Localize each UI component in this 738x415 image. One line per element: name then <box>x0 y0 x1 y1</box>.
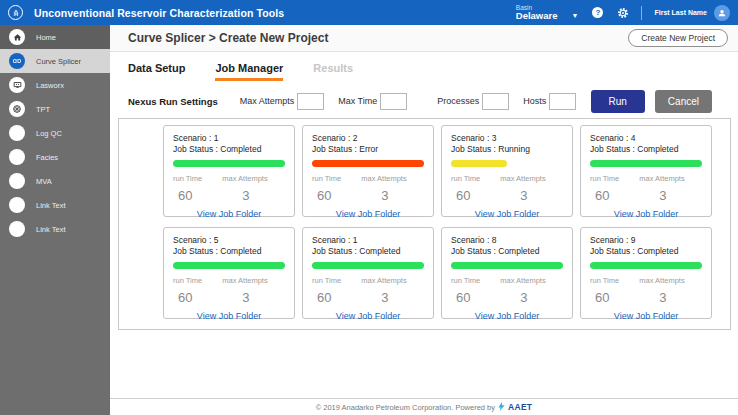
processes-input[interactable] <box>482 93 509 110</box>
run-time-label: run Time <box>451 276 500 285</box>
create-new-project-button[interactable]: Create New Project <box>628 29 728 47</box>
hosts-input[interactable] <box>549 93 576 110</box>
main-content: Curve Splicer > Create New Project Creat… <box>110 25 738 415</box>
basin-selector[interactable]: Basin Delaware ▼ <box>516 4 579 22</box>
home-icon <box>9 29 25 45</box>
max-attempts-value: 3 <box>639 290 702 305</box>
sidebar-item-label: MVA <box>36 177 52 186</box>
max-attempts-value: 3 <box>222 188 285 203</box>
max-attempts-label: max Attempts <box>639 276 702 285</box>
sidebar-item-curve-splicer[interactable]: Curve Splicer <box>0 49 110 73</box>
sidebar-item-log-qc[interactable]: Log QC <box>0 121 110 145</box>
run-time-value: 60 <box>590 290 639 305</box>
tab-bar: Data Setup Job Manager Results <box>110 52 738 81</box>
blank-circle-icon <box>9 125 25 141</box>
job-status-label: Job Status : Completed <box>590 246 702 257</box>
dial-icon <box>9 101 25 117</box>
tab-data-setup[interactable]: Data Setup <box>128 62 185 81</box>
blank-circle-icon <box>9 149 25 165</box>
help-icon[interactable]: ? <box>592 7 603 18</box>
hosts-field: Hosts <box>523 93 576 110</box>
job-status-label: Job Status : Completed <box>173 144 285 155</box>
view-job-folder-link[interactable]: View Job Folder <box>451 209 563 219</box>
job-card: Scenario : 4 Job Status : Completed run … <box>580 125 712 217</box>
job-progress-bar <box>451 160 507 167</box>
run-time-label: run Time <box>173 174 222 183</box>
max-attempts-value: 3 <box>222 290 285 305</box>
run-time-value: 60 <box>451 290 500 305</box>
chevron-down-icon: ▼ <box>572 12 579 20</box>
max-attempts-label: max Attempts <box>500 174 563 183</box>
view-job-folder-link[interactable]: View Job Folder <box>173 311 285 321</box>
max-time-input[interactable] <box>380 93 407 110</box>
max-attempts-label: max Attempts <box>639 174 702 183</box>
bolt-icon <box>498 402 505 413</box>
user-avatar[interactable] <box>714 5 730 21</box>
max-attempts-value: 3 <box>500 290 563 305</box>
view-job-folder-link[interactable]: View Job Folder <box>173 209 285 219</box>
run-button[interactable]: Run <box>591 90 645 113</box>
sidebar-item-home[interactable]: Home <box>0 25 110 49</box>
copyright-text: © 2019 Anadarko Petroleum Corporation. P… <box>316 403 495 412</box>
settings-gear-icon[interactable] <box>617 7 629 19</box>
cancel-button[interactable]: Cancel <box>655 90 712 113</box>
scenario-label: Scenario : 2 <box>312 133 424 144</box>
job-card-row: Scenario : 5 Job Status : Completed run … <box>163 227 720 319</box>
job-status-label: Job Status : Completed <box>590 144 702 155</box>
job-progress-bar <box>173 160 285 167</box>
max-attempts-label: Max Attempts <box>240 96 295 106</box>
tab-job-manager[interactable]: Job Manager <box>215 62 283 81</box>
run-time-label: run Time <box>312 174 361 183</box>
tab-results[interactable]: Results <box>313 62 353 81</box>
settings-title: Nexus Run Settings <box>128 96 218 107</box>
max-time-field: Max Time <box>338 93 407 110</box>
max-attempts-value: 3 <box>639 188 702 203</box>
processes-label: Processes <box>437 96 479 106</box>
sidebar-item-tpt[interactable]: TPT <box>0 97 110 121</box>
view-job-folder-link[interactable]: View Job Folder <box>590 209 702 219</box>
run-time-label: run Time <box>173 276 222 285</box>
sidebar-item-label: Lasworx <box>36 81 64 90</box>
scenario-label: Scenario : 5 <box>173 235 285 246</box>
nexus-run-settings: Nexus Run Settings Max Attempts Max Time… <box>110 90 738 112</box>
max-attempts-input[interactable] <box>297 93 324 110</box>
run-time-label: run Time <box>590 174 639 183</box>
app-bar: Unconventional Reservoir Characterizatio… <box>0 0 738 25</box>
job-progress-bar <box>312 262 424 269</box>
sidebar: Home Curve Splicer Lasworx TPT Log QC Fa… <box>0 25 110 415</box>
max-attempts-label: max Attempts <box>222 174 285 183</box>
view-job-folder-link[interactable]: View Job Folder <box>590 311 702 321</box>
job-progress-bar <box>312 160 424 167</box>
job-card: Scenario : 8 Job Status : Completed run … <box>441 227 573 319</box>
job-card: Scenario : 1 Job Status : Completed run … <box>302 227 434 319</box>
job-card: Scenario : 1 Job Status : Completed run … <box>163 125 295 217</box>
view-job-folder-link[interactable]: View Job Folder <box>312 209 424 219</box>
view-job-folder-link[interactable]: View Job Folder <box>312 311 424 321</box>
scenario-label: Scenario : 1 <box>312 235 424 246</box>
app-title: Unconventional Reservoir Characterizatio… <box>34 7 284 19</box>
sidebar-item-link-text-2[interactable]: Link Text <box>0 217 110 241</box>
monitor-icon <box>9 77 25 93</box>
sidebar-item-lasworx[interactable]: Lasworx <box>0 73 110 97</box>
max-attempts-value: 3 <box>361 188 424 203</box>
job-cards-panel: Scenario : 1 Job Status : Completed run … <box>118 118 731 330</box>
link-icon <box>9 53 25 69</box>
job-progress-bar <box>590 262 702 269</box>
job-status-label: Job Status : Running <box>451 144 563 155</box>
sidebar-item-label: Curve Splicer <box>36 57 81 66</box>
scenario-label: Scenario : 8 <box>451 235 563 246</box>
run-time-label: run Time <box>451 174 500 183</box>
sidebar-item-mva[interactable]: MVA <box>0 169 110 193</box>
job-status-label: Job Status : Error <box>312 144 424 155</box>
max-time-label: Max Time <box>338 96 377 106</box>
view-job-folder-link[interactable]: View Job Folder <box>451 311 563 321</box>
max-attempts-label: max Attempts <box>500 276 563 285</box>
max-attempts-label: max Attempts <box>361 174 424 183</box>
processes-field: Processes <box>437 93 509 110</box>
max-attempts-field: Max Attempts <box>240 93 325 110</box>
scenario-label: Scenario : 1 <box>173 133 285 144</box>
run-time-label: run Time <box>312 276 361 285</box>
sidebar-item-facies[interactable]: Facies <box>0 145 110 169</box>
sidebar-item-link-text-1[interactable]: Link Text <box>0 193 110 217</box>
max-attempts-label: max Attempts <box>361 276 424 285</box>
